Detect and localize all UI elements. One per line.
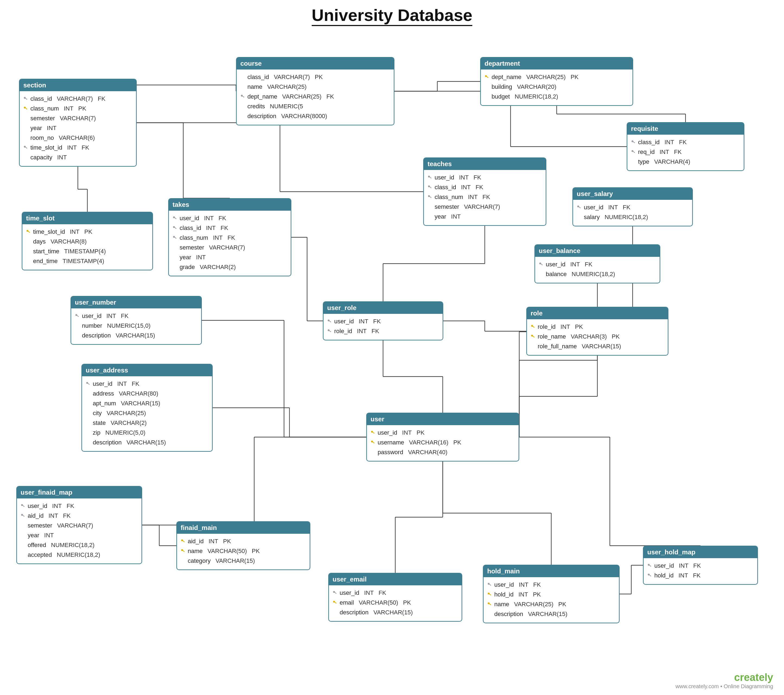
col-type: INT <box>112 379 127 389</box>
table-header[interactable]: user_salary <box>573 188 692 200</box>
table-header[interactable]: user_finaid_map <box>17 487 142 499</box>
table-row: user_id INTFK <box>427 173 543 182</box>
table-header[interactable]: requisite <box>627 123 744 135</box>
col-name: hold_id <box>493 590 514 599</box>
table-row: user_id INTFK <box>486 580 616 590</box>
key-icon <box>647 563 652 568</box>
table-row: time_slot_id INTFK <box>22 143 133 153</box>
table-user_finaid_map[interactable]: user_finaid_map user_id INTFK aid_id INT… <box>16 486 142 564</box>
col-name: category <box>187 556 211 566</box>
table-takes[interactable]: takes user_id INTFK class_id INTFK class… <box>168 198 292 276</box>
col-constraint: PK <box>448 437 461 447</box>
col-type: VARCHAR(6) <box>54 133 95 143</box>
page-title: University Database <box>0 5 784 25</box>
col-type: INT <box>659 137 674 147</box>
table-row: user_id INTFK <box>326 317 440 326</box>
table-user_salary[interactable]: user_salary user_id INTFK salary NUMERIC… <box>572 187 693 226</box>
col-name: year <box>29 123 42 133</box>
col-name: hold_id <box>653 571 674 580</box>
col-type: INT <box>454 173 468 182</box>
table-header[interactable]: user_role <box>323 302 443 314</box>
table-hold_main[interactable]: hold_main user_id INTFK hold_id INTPK na… <box>483 565 619 623</box>
col-name: end_time <box>32 256 58 266</box>
key-cell <box>20 504 26 508</box>
table-row: zip NUMERIC(5,0) <box>85 428 209 437</box>
col-type: VARCHAR(8) <box>46 237 87 246</box>
col-name: role_name <box>537 332 566 342</box>
col-type: INT <box>102 311 116 321</box>
col-name: state <box>92 418 106 428</box>
table-body: user_id INTFK hold_id INTPK name VARCHAR… <box>483 577 619 623</box>
table-body: class_id VARCHAR(7)PK name VARCHAR(25) d… <box>237 69 394 125</box>
table-row: class_num INTFK <box>171 233 288 243</box>
table-row: user_id INTFK <box>576 203 690 212</box>
table-user_balance[interactable]: user_balance user_id INTFK balance NUMER… <box>534 244 660 284</box>
table-header[interactable]: hold_main <box>483 565 619 577</box>
table-department[interactable]: department dept_name VARCHAR(25)PK build… <box>480 57 633 106</box>
table-header[interactable]: user_email <box>329 573 462 585</box>
er-diagram-stage: University Database creately www.createl… <box>0 0 784 695</box>
table-header[interactable]: user_address <box>82 364 212 376</box>
col-constraint: FK <box>688 561 701 571</box>
table-header[interactable]: department <box>481 58 632 69</box>
table-role[interactable]: role role_id INTPK role_name VARCHAR(3)P… <box>526 307 669 356</box>
key-cell <box>369 430 377 435</box>
table-user_number[interactable]: user_number user_id INTFK number NUMERIC… <box>71 296 202 345</box>
footer-tagline: www.creately.com • Online Diagramming <box>675 683 773 690</box>
col-type: INT <box>199 213 214 223</box>
table-header[interactable]: course <box>237 58 394 69</box>
table-user_hold_map[interactable]: user_hold_map user_id INTFK hold_id INTF… <box>643 546 758 585</box>
key-icon <box>21 513 25 518</box>
key-icon <box>173 216 178 221</box>
table-header[interactable]: finaid_main <box>177 522 310 534</box>
table-row: year INT <box>427 212 543 221</box>
key-icon <box>86 381 91 386</box>
key-cell <box>427 195 433 200</box>
col-name: description <box>92 437 122 447</box>
page-title-text: University Database <box>312 6 473 26</box>
table-header[interactable]: role <box>527 307 668 319</box>
table-teaches[interactable]: teaches user_id INTFK class_id INTFK cla… <box>423 157 546 226</box>
col-name: email <box>339 598 354 608</box>
table-header[interactable]: user_number <box>71 297 201 309</box>
table-user[interactable]: user user_id INTPK username VARCHAR(16)P… <box>366 413 519 462</box>
table-time_slot[interactable]: time_slot time_slot_id INTPK days VARCHA… <box>22 212 153 271</box>
col-type: VARCHAR(80) <box>114 389 158 398</box>
col-constraint: FK <box>368 317 381 326</box>
table-header[interactable]: user_balance <box>535 245 660 257</box>
table-header[interactable]: section <box>20 79 136 91</box>
table-user_address[interactable]: user_address user_id INTFK address VARCH… <box>81 364 212 452</box>
table-user_email[interactable]: user_email user_id INTFK email VARCHAR(5… <box>328 573 462 622</box>
table-requisite[interactable]: requisite class_id INTFK req_id INTFK ty… <box>627 122 744 171</box>
table-header[interactable]: time_slot <box>22 212 152 224</box>
col-name: class_id <box>178 223 201 233</box>
col-type: VARCHAR(7) <box>204 243 245 253</box>
key-icon <box>484 75 489 79</box>
table-body: user_id INTFK aid_id INTFK semester VARC… <box>17 499 142 564</box>
table-row: state VARCHAR(2) <box>85 418 209 428</box>
table-finaid_main[interactable]: finaid_main aid_id INTPK name VARCHAR(50… <box>176 521 310 570</box>
table-header[interactable]: user_hold_map <box>644 546 758 558</box>
col-constraint: PK <box>553 599 566 609</box>
key-icon <box>371 430 376 435</box>
col-name: username <box>377 437 404 447</box>
col-name: user_id <box>339 588 359 598</box>
table-header[interactable]: teaches <box>424 158 546 170</box>
key-cell <box>483 75 491 79</box>
key-icon <box>631 140 636 145</box>
table-row: offered NUMERIC(18,2) <box>20 540 139 550</box>
footer-brand: creately <box>675 672 773 683</box>
table-header[interactable]: user <box>367 413 519 425</box>
col-name: user_id <box>433 173 454 182</box>
col-type: INT <box>354 317 368 326</box>
col-type: VARCHAR(15) <box>116 398 160 408</box>
key-icon <box>181 539 186 544</box>
svg-point-141 <box>21 514 23 516</box>
table-header[interactable]: takes <box>169 199 291 211</box>
table-row: req_id INTFK <box>630 147 741 157</box>
table-course[interactable]: course class_id VARCHAR(7)PK name VARCHA… <box>236 57 394 125</box>
table-user_role[interactable]: user_role user_id INTFK role_id INTFK <box>323 301 443 340</box>
table-section[interactable]: section class_id VARCHAR(7)FK class_num … <box>19 79 137 167</box>
col-type: VARCHAR(25) <box>262 82 306 92</box>
col-type: VARCHAR(50) <box>203 546 247 556</box>
